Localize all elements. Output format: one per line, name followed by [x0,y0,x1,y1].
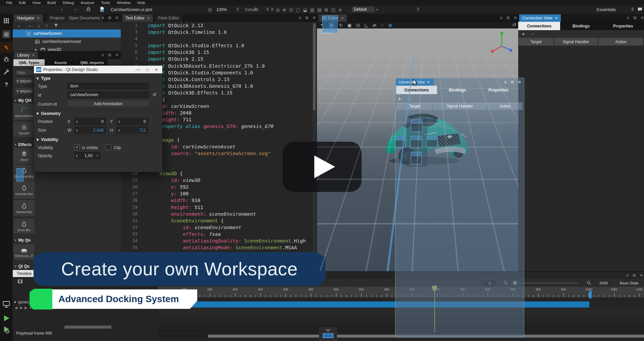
tab-form-editor[interactable]: Form Editor [155,14,182,22]
fit-selected-tool[interactable]: ⊡ [356,23,360,28]
close-file-button[interactable]: ✕ [270,7,274,12]
local-global-tool[interactable]: ◺ [365,23,368,28]
debug-mode-icon[interactable] [2,55,10,63]
chevron-down-icon[interactable]: ∨ [627,15,630,20]
tab-library[interactable]: Library✕ [14,52,38,59]
track-group-row[interactable]: ▾ genes [14,300,29,304]
component-electriccar_27[interactable]: Electriccar_27 [13,244,35,260]
style-selector[interactable]: Default [245,7,258,12]
close-icon[interactable]: ✕ [147,16,150,20]
tab-text-editor[interactable]: Text Editor✕ [122,14,153,22]
tracks-scrollbar[interactable] [64,326,111,329]
section-visibility[interactable]: ▾Visibility [37,137,58,142]
library-section-2[interactable]: ▾My Qu [15,238,31,243]
component-rpmdial[interactable]: Rpmdial [13,121,35,137]
library-section-0[interactable]: ▾My QM [15,98,32,103]
chevron-down-icon[interactable]: ∨ [504,80,507,84]
cv-column-target[interactable]: Target [519,38,553,46]
align-camera-tool[interactable]: ⇄ [373,23,376,28]
close-icon[interactable]: ✕ [312,15,316,20]
state-selector[interactable]: Base State [616,280,642,286]
component-zoom-blur[interactable]: Zoom Blur [13,218,35,234]
lock-icon[interactable] [86,7,91,12]
section-type[interactable]: ▾Type [37,76,51,81]
toolbar-icon-0[interactable]: ◎ [276,7,279,12]
opacity-spinbox[interactable]: ▲▼1,00 ∨ [74,152,100,159]
chevron-down-icon[interactable]: ∨ [626,273,629,278]
welcome-mode-icon[interactable] [2,17,10,25]
maximize-icon[interactable]: □ [144,67,151,72]
floating-connection-view[interactable]: Connection View✕ ∨ ⧉ ✕ ConnectionsBindin… [395,78,524,337]
timeline-section-bar[interactable] [158,301,589,308]
menu-view[interactable]: View [29,1,44,5]
forward-button[interactable]: › [75,7,76,12]
close-icon[interactable]: ✕ [115,53,118,57]
menu-debug[interactable]: Debug [59,1,77,5]
reset-id-icon[interactable]: ↺ [153,92,156,97]
popout-icon[interactable]: ⧉ [108,53,111,57]
rotate-tool[interactable]: ↻ [339,23,343,28]
tab-navigator[interactable]: Navigator✕ [14,14,43,22]
cv-column-signal-handler[interactable]: Signal Handler [554,38,598,46]
floating-column-action[interactable]: Action [488,103,523,110]
add-annotation-button[interactable]: Add Annotation [67,100,149,107]
close-icon[interactable]: ✕ [37,16,40,20]
popout-icon[interactable]: ⧉ [511,80,514,84]
form-default-combo[interactable]: Default [352,6,375,12]
cv-column-action[interactable]: Action [598,38,643,46]
tools-icon[interactable] [2,68,10,76]
popout-icon[interactable]: ⧉ [108,15,111,20]
nav-left-icon[interactable]: ← [17,23,21,28]
close-icon[interactable]: ✕ [640,273,643,278]
design-mode-icon[interactable]: ✎ [0,42,13,53]
tab-open-documents[interactable]: Open Documents [66,14,103,22]
timeline-end-field[interactable]: 1000 [595,280,612,286]
floating-subtab-bindings[interactable]: Bindings [437,86,478,94]
video-play-button[interactable] [283,142,362,192]
menu-edit[interactable]: Edit [16,1,29,5]
library-section-1[interactable]: ▾Effects [15,142,32,147]
tab-connection-view[interactable]: Connection View✕ [519,14,561,22]
toolbar-icon-6[interactable]: ▤ [317,7,321,12]
close-icon[interactable]: ✕ [514,15,517,20]
run-project-icon[interactable] [2,314,10,322]
remove-connection-button[interactable]: − [531,31,534,37]
close-icon[interactable]: ✕ [640,15,644,20]
reset-view-icon[interactable]: ↺ [512,22,516,27]
cv-subtab-bindings[interactable]: Bindings [560,22,602,30]
menu-help[interactable]: Help [134,1,149,5]
run-indicator-icon[interactable]: ◎ [208,7,212,12]
library-subtab-qml-imports[interactable]: QML Imports [76,59,108,66]
toolbar-icon-1[interactable]: ⊕ [282,7,286,12]
end-frame-marker[interactable] [589,291,592,298]
help-icon[interactable]: ? [2,81,10,89]
style-stepper[interactable]: ⇕ [266,7,269,12]
component-batterydisplay[interactable]: Batterydisplay [13,103,35,121]
zoom-stepper[interactable]: ⇕ [236,7,239,12]
nav-up-icon[interactable]: ↑ [46,23,48,28]
y-spinbox[interactable]: ▲▼0 [116,118,148,125]
menu-analyze[interactable]: Analyze [77,1,98,5]
grid-toggle[interactable]: ⊞ [388,23,392,28]
library-section-3[interactable]: ▾Qt Qu [15,264,30,269]
toolbar-icon-9[interactable]: ⊘ [338,7,342,12]
component-masked-blur[interactable]: Masked Blur [13,200,35,216]
axis-gizmo[interactable] [489,30,515,56]
combo-arrow-icon[interactable]: ▾ [376,8,378,11]
add-keyframe-icon[interactable]: ◆ [20,306,22,310]
caret-down-icon[interactable]: ▾ [14,300,16,304]
close-icon[interactable]: ✕ [115,15,118,20]
toolbar-icon-7[interactable]: ⊞ [324,7,328,12]
menu-window[interactable]: Window [113,1,134,5]
add-module-button[interactable]: +QtQuick.S [15,87,33,94]
nav-down-icon[interactable]: ↓ [38,23,40,28]
debug-project-icon[interactable] [2,326,10,334]
add-connection-button[interactable]: + [522,31,525,37]
add-connection-button[interactable]: + [398,96,401,101]
popout-icon[interactable]: ⧉ [507,15,510,20]
remove-connection-button[interactable]: − [408,96,411,101]
live-preview-icon[interactable] [2,300,10,308]
popout-icon[interactable]: ⧉ [633,273,636,278]
popout-icon[interactable]: ⧉ [634,15,637,20]
zoom-stepper-2[interactable]: ⇕ [416,7,420,12]
